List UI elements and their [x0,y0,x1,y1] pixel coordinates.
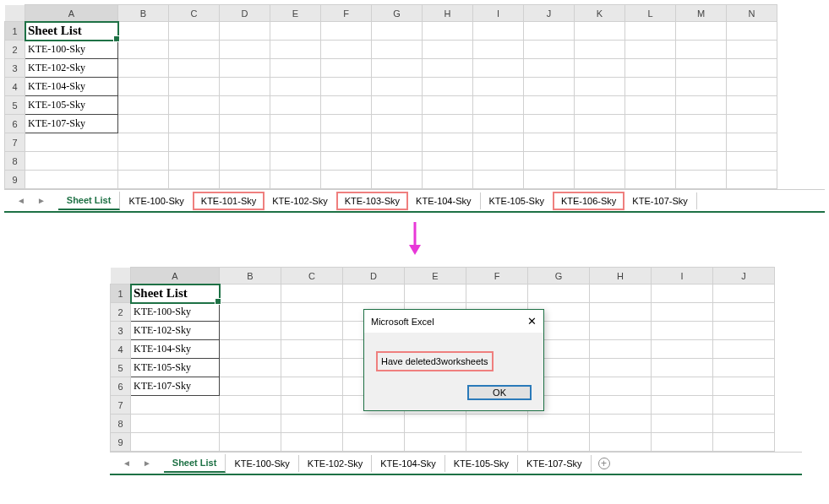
cell[interactable] [575,152,625,171]
cell[interactable] [473,59,524,78]
sheet-tab[interactable]: KTE-107-Sky [624,192,696,209]
cell[interactable] [575,22,625,41]
column-header[interactable]: A [131,268,220,285]
cell[interactable] [270,96,321,115]
cell[interactable] [590,433,652,452]
cell[interactable] [220,322,281,340]
cell[interactable] [270,78,321,96]
cell[interactable] [220,340,281,359]
cell[interactable] [423,41,473,59]
cell[interactable]: KTE-102-Sky [25,59,118,78]
column-header[interactable]: B [220,268,281,285]
grid-before[interactable]: ABCDEFGHIJKLMN1Sheet List2KTE-100-Sky3KT… [4,4,777,189]
cell[interactable] [220,377,281,396]
cell[interactable] [625,59,676,78]
cell[interactable] [652,322,713,340]
column-header[interactable]: C [281,268,343,285]
cell[interactable] [343,285,405,303]
cell[interactable] [473,96,524,115]
cell[interactable] [727,96,777,115]
cell[interactable]: KTE-100-Sky [131,303,220,322]
cell[interactable] [625,96,676,115]
cell[interactable] [220,115,270,133]
cell[interactable] [676,22,727,41]
row-header[interactable]: 9 [5,171,25,189]
column-header[interactable]: B [118,5,169,22]
row-header[interactable]: 1 [111,285,131,303]
cell[interactable] [590,340,652,359]
cell[interactable] [466,433,528,452]
column-header[interactable]: K [575,5,625,22]
cell[interactable] [169,78,220,96]
cell[interactable] [575,78,625,96]
cell[interactable] [281,285,343,303]
cell[interactable] [713,415,775,433]
cell[interactable] [321,96,372,115]
cell[interactable] [676,41,727,59]
cell[interactable] [575,96,625,115]
cell[interactable] [727,133,777,152]
cell[interactable] [270,22,321,41]
cell[interactable] [372,59,423,78]
cell[interactable] [281,322,343,340]
row-header[interactable]: 6 [5,115,25,133]
cell[interactable] [270,133,321,152]
cell[interactable] [220,171,270,189]
cell[interactable] [473,22,524,41]
sheet-tab-active[interactable]: Sheet List [58,192,121,210]
column-header[interactable]: J [713,268,775,285]
cell[interactable] [713,377,775,396]
cell[interactable] [625,171,676,189]
cell[interactable]: KTE-104-Sky [25,78,118,96]
cell[interactable] [372,152,423,171]
cell[interactable] [590,303,652,322]
cell[interactable] [343,433,405,452]
column-header[interactable]: E [405,268,466,285]
cell[interactable] [575,41,625,59]
new-sheet-button[interactable]: + [592,454,617,473]
cell[interactable] [281,433,343,452]
column-header[interactable]: I [652,268,713,285]
cell[interactable] [423,171,473,189]
cell[interactable] [169,22,220,41]
cell[interactable] [321,133,372,152]
cell[interactable] [321,59,372,78]
cell[interactable] [118,78,169,96]
column-header[interactable]: M [676,5,727,22]
cell[interactable] [473,152,524,171]
cell[interactable] [575,115,625,133]
cell[interactable] [575,59,625,78]
sheet-tab[interactable]: KTE-107-Sky [518,455,591,472]
cell[interactable] [625,115,676,133]
cell[interactable] [524,22,575,41]
sheet-tab[interactable]: KTE-105-Sky [481,192,554,209]
cell[interactable] [575,133,625,152]
cell[interactable] [676,152,727,171]
cell[interactable] [220,78,270,96]
cell[interactable] [727,78,777,96]
cell[interactable] [372,133,423,152]
cell[interactable] [713,340,775,359]
cell[interactable] [423,152,473,171]
row-header[interactable]: 3 [5,59,25,78]
cell[interactable] [676,78,727,96]
cell[interactable] [473,78,524,96]
tab-nav[interactable]: ◄ ► [4,196,58,205]
cell[interactable] [727,41,777,59]
sheet-tab[interactable]: KTE-102-Sky [299,455,372,472]
cell[interactable] [270,59,321,78]
sheet-tab[interactable]: KTE-106-Sky [553,192,624,210]
row-header[interactable]: 8 [5,152,25,171]
cell[interactable] [220,303,281,322]
cell[interactable] [524,171,575,189]
cell[interactable] [372,96,423,115]
cell[interactable] [118,59,169,78]
cell[interactable] [423,96,473,115]
cell[interactable] [220,433,281,452]
cell[interactable] [575,171,625,189]
cell[interactable] [281,303,343,322]
column-header[interactable]: F [466,268,528,285]
cell[interactable] [473,41,524,59]
sheet-tab-active[interactable]: Sheet List [164,454,226,473]
cell[interactable] [524,115,575,133]
